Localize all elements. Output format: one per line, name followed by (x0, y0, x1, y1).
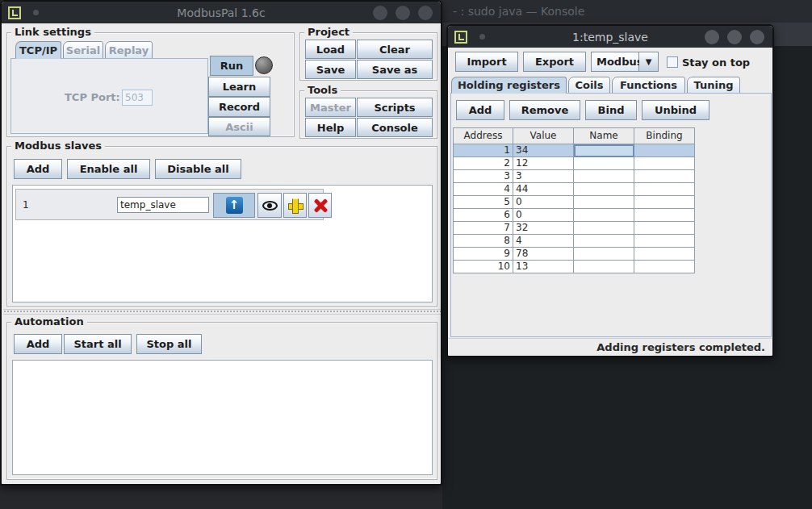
eye-icon (262, 201, 278, 211)
slave-window-titlebar[interactable]: 1:temp_slave (448, 26, 772, 48)
link-settings-legend: Link settings (11, 26, 94, 38)
register-remove-button[interactable]: Remove (509, 100, 580, 120)
slave-name-field[interactable] (117, 197, 209, 213)
modbuspal-titlebar[interactable]: ModbusPal 1.6c (2, 2, 441, 23)
slave-view-button[interactable] (257, 193, 282, 218)
konsole-titlebar[interactable]: - : sudo java — Konsole (442, 0, 812, 23)
registers-table: Address Value Name Binding 1 34 2 12 3 3 (453, 127, 695, 273)
automation-group: Automation Add Start all Stop all (6, 322, 437, 480)
table-row[interactable]: 1 34 (454, 144, 695, 157)
focused-cell[interactable] (574, 144, 634, 157)
slave-tuner-button[interactable] (283, 193, 307, 218)
tcp-port-field (122, 90, 153, 106)
menu-dot-icon[interactable] (479, 34, 485, 40)
slave-register-window: 1:temp_slave Import Export Modbus ▼ Stay… (446, 24, 774, 357)
window-icon (454, 31, 467, 44)
console-button[interactable]: Console (357, 118, 433, 137)
run-status-led (255, 56, 273, 74)
save-as-button[interactable]: Save as (357, 60, 433, 79)
window-icon (8, 6, 21, 19)
register-bind-button[interactable]: Bind (585, 100, 637, 120)
table-row[interactable]: 3 3 (454, 170, 695, 183)
table-row[interactable]: 7 32 (454, 222, 695, 235)
disable-all-button[interactable]: Disable all (155, 159, 241, 179)
automation-add-button[interactable]: Add (14, 334, 62, 354)
slave-delete-button[interactable] (308, 193, 332, 218)
save-button[interactable]: Save (305, 60, 356, 79)
stop-all-button[interactable]: Stop all (136, 334, 202, 354)
export-button[interactable]: Export (523, 52, 586, 72)
status-message: Adding registers completed. (596, 341, 765, 353)
binding-class-combobox[interactable]: Modbus (591, 52, 639, 72)
clear-button[interactable]: Clear (357, 40, 433, 59)
column-header-value[interactable]: Value (513, 128, 574, 144)
start-all-button[interactable]: Start all (64, 334, 132, 354)
up-arrow-icon: ↑ (226, 197, 243, 214)
enable-all-button[interactable]: Enable all (67, 159, 150, 179)
tools-legend: Tools (304, 84, 341, 96)
tools-group: Tools Master Scripts Help Console (299, 90, 437, 139)
tab-tuning[interactable]: Tuning (687, 77, 740, 94)
automation-list (12, 360, 433, 475)
tab-tcpip[interactable]: TCP/IP (15, 41, 61, 59)
modbuspal-window: ModbusPal 1.6c Link settings TCP/IP Seri… (0, 0, 442, 486)
maximize-button[interactable] (727, 30, 742, 44)
table-row[interactable]: 9 78 (454, 248, 695, 261)
tab-replay: Replay (105, 41, 153, 59)
table-row[interactable]: 10 13 (454, 261, 695, 273)
slaves-list: 1 ↑ (12, 185, 433, 302)
link-settings-group: Link settings TCP/IP Serial Replay TCP P… (6, 32, 295, 137)
minimize-button[interactable] (373, 6, 387, 20)
column-header-binding[interactable]: Binding (634, 128, 695, 144)
stay-on-top-label: Stay on top (682, 56, 750, 69)
slave-enable-toggle[interactable]: ↑ (213, 193, 255, 218)
learn-button[interactable]: Learn (208, 77, 270, 97)
maximize-button[interactable] (396, 6, 410, 20)
register-add-button[interactable]: Add (456, 100, 504, 120)
column-header-name[interactable]: Name (574, 128, 634, 144)
table-header-row: Address Value Name Binding (454, 128, 695, 144)
tab-coils[interactable]: Coils (568, 77, 610, 94)
slave-row[interactable]: 1 ↑ (15, 189, 324, 220)
menu-dot-icon[interactable] (33, 10, 39, 15)
close-button[interactable] (418, 6, 433, 20)
tab-serial: Serial (63, 41, 103, 59)
project-legend: Project (304, 26, 353, 38)
stay-on-top-checkbox[interactable] (667, 56, 678, 68)
close-button[interactable] (750, 30, 764, 44)
chevron-down-icon[interactable]: ▼ (639, 52, 659, 72)
slave-id: 1 (23, 199, 29, 211)
modbus-slaves-legend: Modbus slaves (11, 140, 105, 152)
run-button[interactable]: Run (210, 56, 253, 76)
table-row[interactable]: 4 44 (454, 183, 695, 196)
tab-holding-registers[interactable]: Holding registers (451, 77, 567, 94)
modbus-slaves-group: Modbus slaves Add Enable all Disable all… (6, 146, 437, 307)
table-row[interactable]: 8 4 (454, 235, 695, 248)
konsole-title: - : sudo java — Konsole (453, 5, 584, 18)
x-cross-icon (313, 198, 328, 213)
register-unbind-button[interactable]: Unbind (642, 100, 709, 120)
holding-registers-panel: Add Remove Bind Unbind Address Value Nam… (450, 93, 772, 337)
table-row[interactable]: 2 12 (454, 157, 695, 170)
plus-icon (288, 198, 303, 213)
table-row[interactable]: 5 0 (454, 196, 695, 209)
record-button[interactable]: Record (208, 97, 270, 117)
tab-functions[interactable]: Functions (612, 77, 685, 94)
import-button[interactable]: Import (455, 52, 518, 72)
help-button[interactable]: Help (305, 118, 356, 137)
column-header-address[interactable]: Address (454, 128, 513, 144)
minimize-button[interactable] (705, 30, 719, 44)
load-button[interactable]: Load (305, 40, 356, 59)
project-group: Project Load Clear Save Save as (299, 32, 437, 81)
tcpip-panel: TCP Port: (10, 58, 208, 134)
splitter-handle[interactable] (3, 309, 441, 315)
slave-add-button[interactable]: Add (14, 159, 62, 179)
master-button: Master (305, 98, 356, 117)
status-bar: Adding registers completed. (448, 338, 772, 356)
table-row[interactable]: 6 0 (454, 209, 695, 222)
scripts-button[interactable]: Scripts (357, 98, 433, 117)
tcp-port-label: TCP Port: (65, 91, 120, 103)
automation-legend: Automation (11, 315, 87, 328)
ascii-button: Ascii (208, 117, 270, 136)
